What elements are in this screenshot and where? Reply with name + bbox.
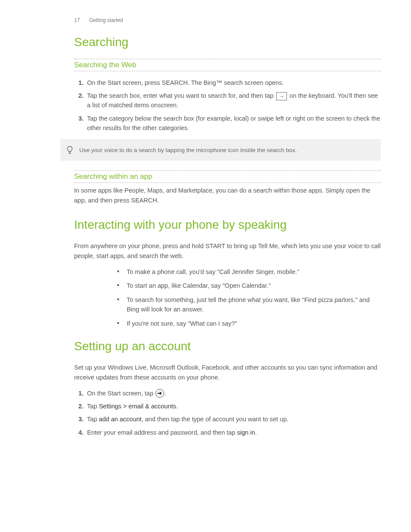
- subheading-searching-web: Searching the Web: [74, 61, 381, 72]
- list-item: To make a phone call, you'd say "Call Je…: [117, 267, 381, 277]
- step-item: Tap add an account, and then tap the typ…: [85, 414, 381, 424]
- lightbulb-icon: [65, 145, 75, 155]
- steps-account: On the Start screen, tap ➔. Tap Settings…: [74, 389, 381, 438]
- step-text: Tap: [87, 403, 99, 410]
- heading-speaking: Interacting with your phone by speaking: [74, 218, 381, 232]
- step-text: On the Start screen, tap: [87, 390, 155, 397]
- step-text: Tap: [87, 416, 99, 423]
- dotted-divider: [74, 59, 381, 59]
- list-item: To start an app, like Calendar, say "Ope…: [117, 281, 381, 290]
- body-speaking: From anywhere on your phone, press and h…: [74, 241, 381, 261]
- list-item: To search for something, just tell the p…: [117, 295, 381, 314]
- list-text: To search for something, just tell the p…: [127, 296, 370, 313]
- subheading-searching-app: Searching within an app: [74, 172, 381, 183]
- arrow-circle-icon: ➔: [156, 389, 164, 398]
- go-arrow-icon: →: [276, 92, 287, 100]
- step-text: Enter your email address and password, a…: [87, 429, 237, 436]
- step-item: Enter your email address and password, a…: [85, 428, 381, 437]
- step-item: On the Start screen, tap ➔.: [85, 389, 381, 398]
- step-text: .: [176, 403, 178, 410]
- page-number: 17: [74, 17, 80, 23]
- list-text: To make a phone call, you'd say "Call Je…: [127, 268, 299, 275]
- list-item: If you're not sure, say "What can I say?…: [117, 319, 381, 328]
- page-header: 17 Getting started: [74, 17, 381, 23]
- tip-icon-column: [60, 145, 79, 155]
- bold-text: Settings > email & accounts: [99, 403, 176, 410]
- bold-text: sign in: [237, 429, 255, 436]
- step-text: Tap the category below the search box (f…: [87, 115, 380, 131]
- step-item: Tap the category below the search box (f…: [85, 114, 381, 133]
- tip-text: Use your voice to do a search by tapping…: [79, 147, 297, 153]
- tip-box: Use your voice to do a search by tapping…: [60, 139, 381, 161]
- dotted-divider: [74, 170, 381, 171]
- bold-text: add an account: [99, 416, 141, 423]
- step-text: .: [255, 429, 257, 436]
- list-text: If you're not sure, say "What can I say?…: [127, 320, 237, 327]
- heading-account: Setting up an account: [74, 339, 381, 353]
- steps-searching-web: On the Start screen, press SEARCH. The B…: [74, 78, 381, 133]
- heading-searching: Searching: [74, 35, 381, 49]
- step-item: Tap Settings > email & accounts.: [85, 401, 381, 411]
- speaking-bullet-list: To make a phone call, you'd say "Call Je…: [117, 267, 381, 328]
- list-text: To start an app, like Calendar, say "Ope…: [127, 282, 271, 289]
- step-text: , and then tap the type of account you w…: [142, 416, 289, 423]
- document-page: 17 Getting started Searching Searching t…: [0, 0, 411, 461]
- body-searching-app: In some apps like People, Maps, and Mark…: [74, 186, 381, 205]
- body-account: Set up your Windows Live, Microsoft Outl…: [74, 363, 381, 382]
- section-name: Getting started: [89, 17, 123, 23]
- step-item: Tap the search box, enter what you want …: [85, 91, 381, 110]
- step-text: Tap the search box, enter what you want …: [87, 92, 275, 99]
- step-item: On the Start screen, press SEARCH. The B…: [85, 78, 381, 87]
- step-text: .: [165, 390, 166, 397]
- step-text: On the Start screen, press SEARCH. The B…: [87, 79, 284, 86]
